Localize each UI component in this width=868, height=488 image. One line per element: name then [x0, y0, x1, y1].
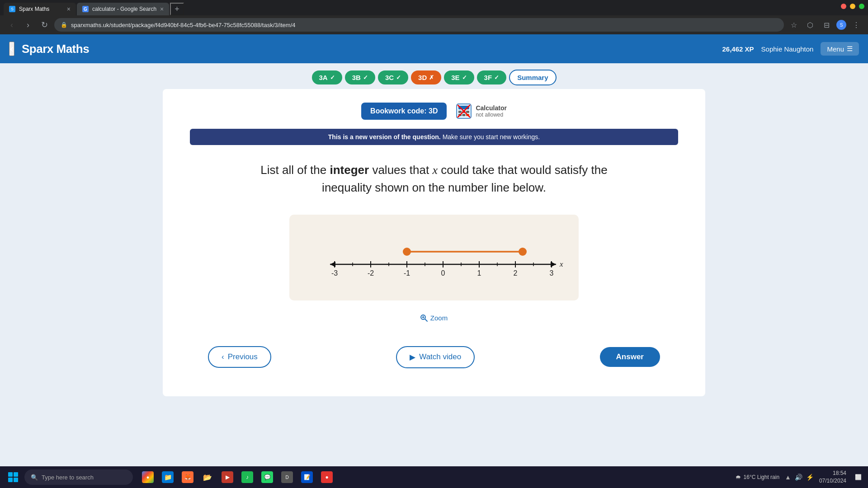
- question-line2: inequality shown on the number line belo…: [190, 179, 678, 197]
- browser-chrome: S Sparx Maths × G calculator - Google Se…: [0, 0, 868, 15]
- back-button[interactable]: ‹: [5, 19, 18, 31]
- tab-3f[interactable]: 3F ✓: [477, 70, 507, 84]
- app7-icon: 💬: [261, 471, 273, 483]
- new-tab-button[interactable]: +: [170, 3, 184, 15]
- number-line-container: -3 -2 -1 0 1 2 3 x: [289, 215, 579, 300]
- taskbar-right: 🌧 16°C Light rain ▲ 🔊 ⚡ 18:54 07/10/2024…: [736, 469, 864, 485]
- tab-3b[interactable]: 3B ✓: [345, 70, 375, 84]
- taskbar-app10[interactable]: ●: [317, 468, 336, 487]
- main-content-card: Bookwork code: 3D Calculator not all: [163, 89, 705, 396]
- bookwork-code-badge: Bookwork code: 3D: [361, 103, 447, 120]
- svg-text:2: 2: [514, 269, 518, 277]
- wifi-icon[interactable]: ▲: [785, 474, 791, 481]
- calculator-icon: [456, 103, 472, 119]
- bookwork-row: Bookwork code: 3D Calculator not all: [190, 103, 678, 120]
- bookmark-star-icon[interactable]: ☆: [788, 19, 800, 31]
- menu-label: Menu: [827, 45, 844, 53]
- tab-3c-label: 3C: [385, 74, 394, 81]
- tab-3c[interactable]: 3C ✓: [378, 70, 408, 84]
- more-options-icon[interactable]: ⋮: [850, 19, 863, 31]
- volume-icon[interactable]: 🔊: [795, 474, 802, 481]
- calculator-text: Calculator not allowed: [476, 104, 506, 118]
- calculator-badge: Calculator not allowed: [456, 103, 506, 119]
- svg-text:0: 0: [441, 269, 445, 277]
- taskbar-chrome[interactable]: ●: [138, 468, 157, 487]
- tab-sparx[interactable]: S Sparx Maths ×: [4, 3, 76, 15]
- tab-3a[interactable]: 3A ✓: [312, 70, 342, 84]
- tab-3b-label: 3B: [352, 74, 361, 81]
- taskbar-search-placeholder: Type here to search: [42, 474, 94, 481]
- app-logo: Sparx Maths: [22, 42, 89, 56]
- taskbar-app7[interactable]: 💬: [258, 468, 277, 487]
- previous-button[interactable]: ‹ Previous: [208, 346, 271, 368]
- svg-rect-4: [466, 111, 469, 113]
- x-variable: x: [432, 164, 438, 177]
- prev-label: Previous: [228, 352, 258, 361]
- tab-favicon-sparx: S: [9, 6, 15, 12]
- tab-close-sparx[interactable]: ×: [67, 5, 71, 13]
- taskbar-app3[interactable]: 🦊: [178, 468, 197, 487]
- browser-tabs: S Sparx Maths × G calculator - Google Se…: [4, 0, 839, 15]
- watch-video-button[interactable]: ▶ Watch video: [396, 346, 475, 368]
- taskbar-app4[interactable]: 📂: [198, 468, 217, 487]
- tab-3e-check: ✓: [462, 74, 467, 81]
- taskbar-search[interactable]: 🔍 Type here to search: [24, 469, 133, 485]
- user-name: Sophie Naughton: [761, 45, 814, 53]
- notice-rest: Make sure you start new workings.: [443, 133, 540, 141]
- tab-3f-check: ✓: [494, 74, 499, 81]
- tab-3d-label: 3D: [418, 74, 427, 81]
- tab-summary[interactable]: Summary: [509, 70, 556, 85]
- taskbar-app8[interactable]: D: [278, 468, 297, 487]
- taskbar: 🔍 Type here to search ● 📁 🦊 📂 ▶ ♪ 💬 D 📝: [0, 466, 868, 488]
- taskbar-app6[interactable]: ♪: [238, 468, 257, 487]
- weather-text: 16°C Light rain: [744, 474, 780, 480]
- watch-label: Watch video: [419, 352, 461, 361]
- task-tabs: 3A ✓ 3B ✓ 3C ✓ 3D ✗ 3E ✓ 3F ✓ Summary: [0, 63, 868, 89]
- app5-icon: ▶: [222, 471, 233, 483]
- forward-button[interactable]: ›: [22, 19, 34, 31]
- app-header: ‹ Sparx Maths 26,462 XP Sophie Naughton …: [0, 34, 868, 63]
- header-right: 26,462 XP Sophie Naughton Menu ☰: [722, 42, 859, 56]
- taskbar-app9[interactable]: 📝: [297, 468, 316, 487]
- tab-3e[interactable]: 3E ✓: [444, 70, 474, 84]
- tab-3a-label: 3A: [319, 74, 328, 81]
- menu-button[interactable]: Menu ☰: [821, 42, 859, 56]
- start-button[interactable]: [4, 468, 23, 487]
- back-nav-button[interactable]: ‹: [9, 42, 14, 56]
- zoom-button[interactable]: Zoom: [420, 314, 448, 322]
- extensions-icon[interactable]: ⬡: [804, 19, 816, 31]
- show-desktop-btn[interactable]: ⬜: [852, 471, 864, 483]
- question-line1: List all of the integer values that x co…: [190, 161, 678, 179]
- menu-icon: ☰: [847, 45, 853, 53]
- address-bar[interactable]: 🔒 sparxmaths.uk/student/package/f4d940bf…: [54, 18, 784, 32]
- bottom-bar: ‹ Previous ▶ Watch video Answer: [190, 337, 678, 377]
- taskbar-app5[interactable]: ▶: [218, 468, 237, 487]
- taskbar-clock: 18:54 07/10/2024: [819, 469, 846, 485]
- explorer-icon: 📁: [162, 471, 174, 483]
- reload-button[interactable]: ↻: [38, 19, 51, 31]
- date-display: 07/10/2024: [819, 477, 846, 485]
- tab-3f-label: 3F: [484, 74, 492, 81]
- svg-rect-2: [458, 111, 462, 113]
- tab-title-calc: calculator - Google Search: [92, 6, 156, 12]
- tab-close-calc[interactable]: ×: [160, 5, 164, 13]
- svg-line-38: [425, 319, 427, 321]
- tab-3d[interactable]: 3D ✗: [411, 70, 441, 84]
- svg-point-11: [403, 248, 411, 256]
- back-arrow-icon: ‹: [10, 42, 14, 55]
- browser-actions: ☆ ⬡ ⊟ S ⋮: [788, 19, 863, 31]
- app4-icon: 📂: [202, 471, 213, 483]
- svg-text:-2: -2: [368, 269, 374, 277]
- svg-text:-1: -1: [404, 269, 410, 277]
- address-bar-row: ‹ › ↻ 🔒 sparxmaths.uk/student/package/f4…: [0, 15, 868, 34]
- notice-bar: This is a new version of the question. M…: [190, 129, 678, 145]
- play-icon: ▶: [410, 352, 415, 362]
- profile-avatar[interactable]: S: [836, 20, 846, 30]
- battery-icon[interactable]: ⚡: [806, 474, 814, 481]
- chrome-icon: ●: [142, 471, 154, 483]
- taskbar-explorer[interactable]: 📁: [158, 468, 177, 487]
- answer-button[interactable]: Answer: [600, 347, 660, 367]
- bookmark-icon[interactable]: ⊟: [820, 19, 833, 31]
- time-display: 18:54: [819, 469, 846, 477]
- tab-calculator[interactable]: G calculator - Google Search ×: [77, 3, 169, 15]
